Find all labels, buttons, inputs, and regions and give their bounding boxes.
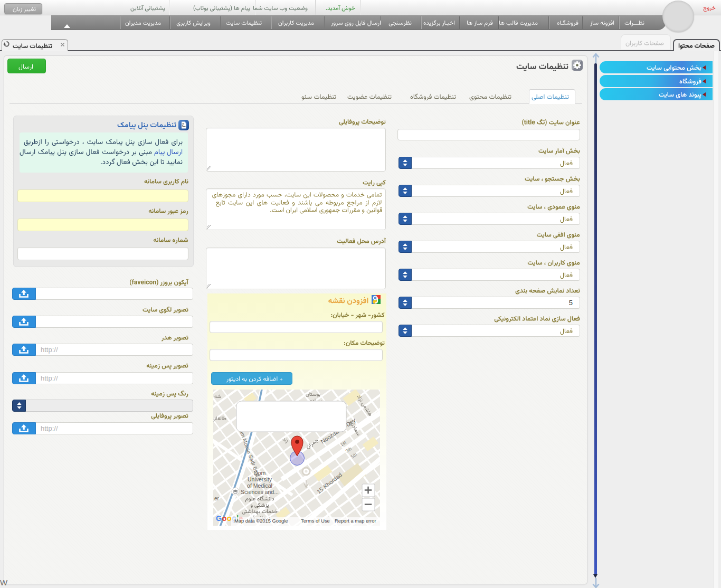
svg-text:of Medical: of Medical (247, 482, 272, 489)
svg-text:Sciences and...: Sciences and... (241, 489, 279, 495)
svg-text:o: o (222, 514, 227, 523)
svg-text:University: University (248, 476, 272, 482)
svg-text:Qom: Qom (254, 470, 266, 476)
svg-text:Map data ©2015 Google: Map data ©2015 Google (234, 518, 288, 524)
svg-text:Terms of Use: Terms of Use (301, 518, 330, 524)
svg-text:er: er (214, 496, 220, 501)
svg-text:o: o (227, 514, 232, 523)
svg-text:G: G (216, 514, 222, 523)
svg-text:Report a map error: Report a map error (335, 518, 376, 524)
